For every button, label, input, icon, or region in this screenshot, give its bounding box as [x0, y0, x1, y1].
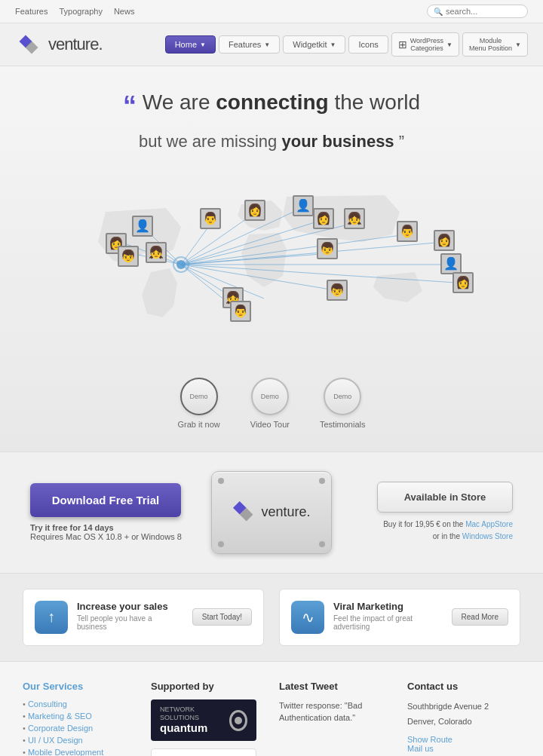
person-node-6: 👩: [244, 200, 265, 221]
cta-left: Download Free Trial Try it free for 14 d…: [30, 483, 191, 541]
feature-icon-sales: ↑: [35, 601, 68, 634]
tweet-text: Twitter response: "Bad Authentication da…: [279, 699, 392, 724]
chevron-down-icon: ▼: [446, 41, 452, 48]
quote-close-icon: ”: [399, 132, 404, 151]
contact-address: Southbrigde Avenue 2 Denver, Colorado: [407, 699, 520, 730]
footer-contact: Contact us Southbrigde Avenue 2 Denver, …: [407, 681, 520, 756]
grab-tab-label: Grab it now: [178, 420, 220, 429]
windows-store-link[interactable]: Windows Store: [462, 532, 513, 540]
logo: venture.: [15, 31, 103, 58]
feature-card-sales: ↑ Increase your sales Tell people you ha…: [23, 589, 264, 646]
screw-bl: [218, 541, 224, 547]
footer-supported-title: Supported by: [151, 681, 264, 692]
screw-tr: [319, 478, 325, 484]
top-nav-news[interactable]: News: [114, 7, 135, 16]
testimonials-tab-label: Testimonials: [320, 420, 366, 429]
nav-home[interactable]: Home ▼: [165, 35, 216, 54]
footer-supported: Supported by NETWORK SOLUTIONSquantum DR…: [151, 681, 264, 756]
footer-content: Our Services Consulting Marketing & SEO …: [0, 661, 543, 756]
demo-tabs: Demo Grab it now Demo Video Tour Demo Te…: [15, 363, 528, 436]
service-ux[interactable]: UI / UX Design: [28, 736, 83, 745]
feature-title-sales: Increase your sales: [77, 601, 183, 612]
grab-tab-circle: Demo: [180, 378, 218, 415]
main-header: venture. Home ▼ Features ▼ Widgetkit ▼ I…: [0, 23, 543, 66]
top-nav-links: Features Typography News: [15, 7, 134, 16]
hero-quote: “ We are connecting the world: [15, 89, 528, 124]
search-box: 🔍: [427, 5, 528, 18]
nav-module[interactable]: ModuleMenu Position ▼: [462, 32, 528, 57]
hero-subtitle: but we are missing your business ”: [15, 132, 528, 152]
footer-services-links: Consulting Marketing & SEO Corporate Des…: [23, 699, 136, 756]
footer-tweet: Latest Tweet Twitter response: "Bad Auth…: [279, 681, 392, 756]
footer-tweet-title: Latest Tweet: [279, 681, 392, 692]
person-node-1: 👤: [132, 216, 153, 237]
service-mobile[interactable]: Mobile Development: [28, 748, 103, 756]
tab-video-tour[interactable]: Demo Video Tour: [250, 378, 290, 429]
quantum-label: NETWORK SOLUTIONSquantum: [160, 705, 223, 736]
download-free-trial-button[interactable]: Download Free Trial: [30, 483, 181, 517]
feature-desc-sales: Tell people you have a business: [77, 614, 183, 631]
quantum-logo: NETWORK SOLUTIONSquantum: [151, 699, 264, 742]
quote-open-icon: “: [123, 90, 137, 121]
video-tab-label: Video Tour: [250, 420, 290, 429]
screw-tl: [218, 478, 224, 484]
tab-testimonials[interactable]: Demo Testimonials: [320, 378, 366, 429]
store-links: Buy it for 19,95 € on the Mac AppStore o…: [383, 519, 513, 543]
person-node-4: 👧: [146, 242, 167, 263]
person-node-5: 👨: [200, 208, 221, 229]
quantum-circle-icon: [229, 710, 247, 731]
screw-br: [319, 541, 325, 547]
logo-text: venture.: [48, 35, 103, 54]
feature-card-marketing: ∿ Viral Marketing Feel the impact of gre…: [279, 589, 520, 646]
hero-section: “ We are connecting the world but we are…: [0, 66, 543, 451]
testimonials-tab-circle: Demo: [324, 378, 361, 415]
drive-logo: DRIVE MEDIAGROUP: [151, 748, 264, 756]
top-navigation: Features Typography News 🔍: [0, 0, 543, 23]
top-nav-features[interactable]: Features: [15, 7, 48, 16]
feature-content-sales: Increase your sales Tell people you have…: [77, 601, 183, 631]
available-in-store-button[interactable]: Available in Store: [377, 482, 513, 513]
svg-line-14: [181, 242, 445, 265]
person-node-3: 👦: [118, 246, 139, 267]
service-consulting[interactable]: Consulting: [28, 699, 67, 709]
nav-widgetkit[interactable]: Widgetkit ▼: [283, 35, 345, 54]
cta-subtitle: Try it free for 14 days Requires Mac OS …: [30, 523, 191, 541]
feature-icon-marketing: ∿: [291, 601, 324, 634]
mail-us-link[interactable]: Mail us: [407, 744, 520, 753]
nav-features[interactable]: Features ▼: [219, 35, 280, 54]
person-node-12: 👩: [434, 230, 455, 251]
footer-services: Our Services Consulting Marketing & SEO …: [23, 681, 136, 756]
feature-btn-marketing[interactable]: Read More: [452, 608, 508, 626]
search-input[interactable]: [446, 7, 521, 16]
chevron-down-icon: ▼: [200, 41, 206, 48]
top-nav-typography[interactable]: Typography: [59, 7, 102, 16]
footer-contact-title: Contact us: [407, 681, 520, 692]
person-node-14: 👩: [452, 272, 474, 293]
person-node-7: 👤: [293, 195, 314, 216]
product-logo: venture.: [232, 500, 310, 525]
logo-diamond-icon: [15, 31, 42, 58]
product-diamond-icon: [232, 500, 256, 525]
features-section: ↑ Increase your sales Tell people you ha…: [0, 574, 543, 661]
person-node-10: 👧: [344, 208, 365, 229]
main-nav: Home ▼ Features ▼ Widgetkit ▼ Icons ⊞ Wo…: [165, 32, 528, 57]
chevron-down-icon: ▼: [264, 41, 270, 48]
nav-icons[interactable]: Icons: [348, 35, 388, 54]
service-design[interactable]: Corporate Design: [28, 724, 93, 733]
search-icon: 🔍: [434, 8, 443, 16]
person-node-11: 👨: [397, 221, 418, 242]
tab-grab-it-now[interactable]: Demo Grab it now: [178, 378, 220, 429]
person-node-8: 👩: [313, 208, 334, 229]
product-logo-text: venture.: [261, 504, 310, 520]
feature-content-marketing: Viral Marketing Feel the impact of great…: [333, 601, 443, 631]
mac-appstore-link[interactable]: Mac AppStore: [465, 520, 513, 528]
feature-btn-sales[interactable]: Start Today!: [192, 608, 252, 626]
svg-line-13: [181, 234, 407, 265]
show-route-link[interactable]: Show Route: [407, 735, 520, 744]
world-map: 👤 👩 👦 👧 👨 👩 👤 👩 👦 👧 👨: [60, 167, 483, 363]
nav-wordpress[interactable]: ⊞ WordPressCategories ▼: [391, 32, 459, 57]
service-seo[interactable]: Marketing & SEO: [28, 712, 92, 721]
cta-center: venture.: [191, 471, 351, 554]
feature-title-marketing: Viral Marketing: [333, 601, 443, 612]
cta-section: Download Free Trial Try it free for 14 d…: [0, 451, 543, 574]
